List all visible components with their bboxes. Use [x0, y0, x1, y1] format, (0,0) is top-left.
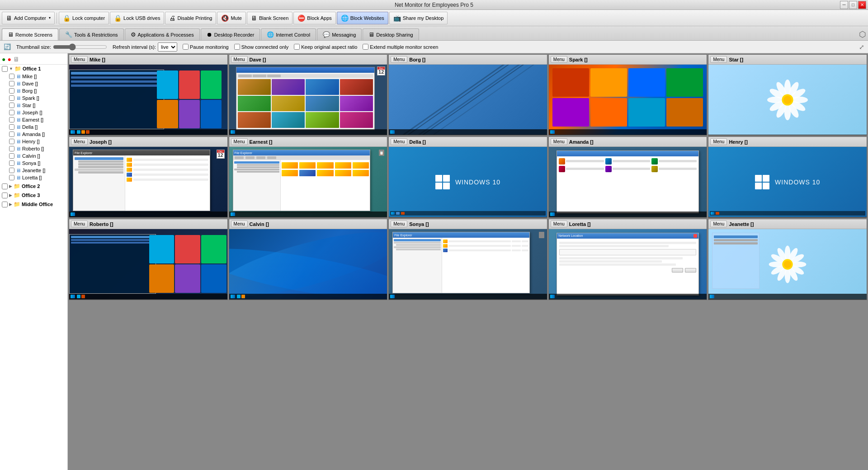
menu-button-roberto[interactable]: Menu: [71, 221, 88, 227]
show-connected-check[interactable]: Show connected only: [234, 44, 289, 50]
screen-header-earnest: Menu Earnest []: [229, 137, 387, 147]
screen-preview-joseph[interactable]: File Explorer: [69, 147, 227, 217]
sidebar-item-star[interactable]: 🖥Star []: [0, 102, 67, 109]
screen-preview-amanda[interactable]: [549, 147, 707, 217]
screen-preview-henry[interactable]: WINDOWS 10: [708, 147, 867, 217]
add-computer-button[interactable]: 🖥 Add Computer ▾: [2, 12, 55, 24]
sidebar-item-henry[interactable]: 🖥Henry []: [0, 138, 67, 145]
sidebar-item-loretta[interactable]: 🖥Loretta []: [0, 174, 67, 181]
sidebar-item-della[interactable]: 🖥Della []: [0, 123, 67, 131]
office3-checkbox[interactable]: [2, 193, 8, 198]
sidebar-group-header-office1[interactable]: ▼ 📁 Office 1: [0, 65, 67, 73]
sidebar-item-roberto[interactable]: 🖥Roberto []: [0, 145, 67, 152]
screen-preview-jeanette[interactable]: [708, 229, 867, 299]
share-desktop-button[interactable]: 📺 Share my Desktop: [389, 12, 448, 24]
expand-panel-button[interactable]: ⬡: [859, 29, 866, 39]
computer-icon-star: 🖥: [16, 103, 21, 108]
tab-remote-screens[interactable]: 🖥 Remote Screens: [2, 28, 58, 40]
tab-applications-processes[interactable]: ⚙ Applications & Processes: [125, 28, 200, 40]
sidebar-item-joseph[interactable]: 🖥Joseph []: [0, 109, 67, 116]
status-online-icon: ●: [2, 56, 5, 63]
screen-preview-earnest[interactable]: File Explorer: [229, 147, 387, 217]
screen-cell-borg: Menu Borg []: [388, 54, 547, 136]
thumbnail-size-slider[interactable]: [53, 45, 107, 49]
menu-button-borg[interactable]: Menu: [391, 56, 407, 63]
sidebar-computer-icon: 🖥: [13, 56, 19, 63]
menu-button-amanda[interactable]: Menu: [551, 138, 567, 145]
screen-preview-sonya[interactable]: File Explorer: [389, 229, 547, 299]
menu-button-joseph[interactable]: Menu: [71, 138, 88, 145]
blank-screen-button[interactable]: 🖥 Blank Screen: [247, 12, 292, 24]
screen-preview-borg[interactable]: [389, 65, 547, 135]
menu-button-della[interactable]: Menu: [391, 138, 407, 145]
sidebar-item-borg[interactable]: 🖥Borg []: [0, 87, 67, 94]
sidebar-item-amanda[interactable]: 🖥Amanda []: [0, 131, 67, 138]
sidebar-group-header-office3[interactable]: ▶ 📁 Office 3: [0, 191, 67, 199]
menu-button-spark[interactable]: Menu: [551, 56, 567, 63]
menu-button-dave[interactable]: Menu: [231, 56, 248, 63]
block-websites-button[interactable]: 🌐 Block Websites: [337, 12, 388, 24]
extend-monitor-check[interactable]: Extend multiple monitor screen: [363, 44, 438, 50]
tab-messaging[interactable]: 💬 Messaging: [317, 28, 362, 40]
menu-button-calvin[interactable]: Menu: [231, 221, 248, 227]
mute-button[interactable]: 🔇 Mute: [217, 12, 245, 24]
screen-cell-spark: Menu Spark []: [548, 54, 708, 136]
share-desktop-icon: 📺: [393, 14, 401, 22]
close-button[interactable]: ✕: [858, 1, 866, 9]
screen-preview-della[interactable]: WINDOWS 10: [389, 147, 547, 217]
office1-checkbox[interactable]: [2, 66, 8, 72]
sidebar-group-header-middle-office[interactable]: ▶ 📁 Middle Office: [0, 200, 67, 208]
maximize-button[interactable]: □: [849, 1, 857, 9]
sidebar-item-jeanette[interactable]: 🖥Jeanette []: [0, 167, 67, 174]
sidebar-item-dave[interactable]: 🖥Dave []: [0, 80, 67, 87]
screen-preview-spark[interactable]: [549, 65, 707, 135]
screen-preview-star[interactable]: [708, 65, 867, 135]
resize-icon[interactable]: ⤢: [859, 43, 864, 51]
sidebar-group-header-office2[interactable]: ▶ 📁 Office 2: [0, 182, 67, 190]
refresh-icon[interactable]: 🔄: [4, 43, 11, 50]
disable-printing-button[interactable]: 🖨 Disable Printing: [165, 12, 216, 24]
menu-button-star[interactable]: Menu: [710, 56, 727, 63]
screen-name-joseph: Joseph []: [90, 139, 112, 145]
sidebar-item-mike[interactable]: 🖥Mike []: [0, 73, 67, 80]
pause-monitoring-check[interactable]: Pause monitoring: [183, 44, 229, 50]
screen-name-borg: Borg []: [409, 57, 425, 62]
tab-desktop-sharing[interactable]: 🖥 Desktop Sharing: [363, 28, 419, 40]
menu-button-loretta[interactable]: Menu: [551, 221, 567, 227]
title-bar: Net Monitor for Employees Pro 5 ─ □ ✕: [0, 0, 868, 10]
screen-name-calvin: Calvin []: [250, 221, 269, 227]
minimize-button[interactable]: ─: [840, 1, 848, 9]
screen-preview-calvin[interactable]: [229, 229, 387, 299]
menu-button-henry[interactable]: Menu: [710, 138, 727, 145]
office3-label: Office 3: [22, 193, 40, 198]
office1-expand-icon: ▼: [9, 66, 13, 71]
sidebar-item-earnest[interactable]: 🖥Earnest []: [0, 116, 67, 123]
screen-preview-dave[interactable]: Dec 12: [229, 65, 387, 135]
menu-button-sonya[interactable]: Menu: [391, 221, 407, 227]
sidebar-item-calvin[interactable]: 🖥Calvin []: [0, 152, 67, 160]
computer-icon-jeanette: 🖥: [16, 168, 21, 173]
tab-internet-control[interactable]: 🌐 Internet Control: [261, 28, 316, 40]
lock-usb-button[interactable]: 🔒 Lock USB drives: [110, 12, 164, 24]
sidebar-group-middle-office: ▶ 📁 Middle Office: [0, 200, 67, 208]
office2-checkbox[interactable]: [2, 183, 8, 189]
middle-office-checkbox[interactable]: [2, 202, 8, 207]
office3-expand-icon: ▶: [9, 193, 12, 197]
menu-button-earnest[interactable]: Menu: [231, 138, 248, 145]
add-computer-icon: 🖥: [6, 14, 12, 22]
keep-aspect-ratio-check[interactable]: Keep original aspect ratio: [294, 44, 357, 50]
screen-preview-mike[interactable]: [69, 65, 227, 135]
screen-preview-roberto[interactable]: [69, 229, 227, 299]
screen-header-borg: Menu Borg []: [389, 55, 547, 65]
tab-desktop-recorder[interactable]: ⏺ Desktop Recorder: [201, 28, 260, 40]
lock-computer-button[interactable]: 🔒 Lock computer: [59, 12, 109, 24]
refresh-interval-select[interactable]: live 5 10 30 60: [158, 42, 177, 52]
screen-header-loretta: Menu Loretta []: [549, 219, 707, 229]
tab-tools-restrictions[interactable]: 🔧 Tools & Restrictions: [59, 28, 124, 40]
menu-button-mike[interactable]: Menu: [71, 56, 88, 63]
screen-preview-loretta[interactable]: Network Location: [549, 229, 707, 299]
menu-button-jeanette[interactable]: Menu: [710, 221, 727, 227]
sidebar-item-sonya[interactable]: 🖥Sonya []: [0, 160, 67, 167]
sidebar-item-spark[interactable]: 🖥Spark []: [0, 94, 67, 102]
block-apps-button[interactable]: ⛔ Block Apps: [293, 12, 335, 24]
